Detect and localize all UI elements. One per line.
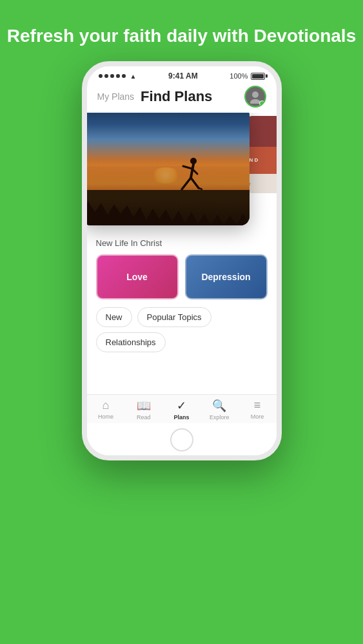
signal-dot-3 xyxy=(110,74,114,78)
grass-area xyxy=(87,199,250,225)
love-category-button[interactable]: Love xyxy=(96,254,179,299)
content-area: N D r New Life In Christ Love Depression… xyxy=(87,113,277,394)
grass-svg xyxy=(87,199,250,225)
depression-category-button[interactable]: Depression xyxy=(185,254,268,299)
read-icon: 📖 xyxy=(137,399,151,413)
plans-icon: ✓ xyxy=(177,399,186,413)
signal-dot-1 xyxy=(99,74,103,78)
status-right: 100% xyxy=(230,72,264,80)
svg-point-0 xyxy=(252,91,259,98)
avatar-online-dot xyxy=(259,100,265,106)
more-icon: ≡ xyxy=(254,399,261,412)
filter-tabs: New Popular Topics Relationships xyxy=(96,307,268,352)
wifi-icon: ▲ xyxy=(130,73,137,80)
nav-item-plans[interactable]: ✓ Plans xyxy=(162,399,201,421)
svg-marker-9 xyxy=(87,202,250,225)
filter-tab-popular[interactable]: Popular Topics xyxy=(137,307,211,327)
battery-percent: 100% xyxy=(230,72,248,80)
sunset-scene xyxy=(87,113,250,225)
battery-icon xyxy=(251,73,265,80)
signal-dot-4 xyxy=(116,74,120,78)
status-bar: ▲ 9:41 AM 100% xyxy=(87,66,277,83)
signal-indicators: ▲ xyxy=(99,73,137,80)
more-label: More xyxy=(251,413,264,420)
bottom-nav: ⌂ Home 📖 Read ✓ Plans 🔍 Explore ≡ More xyxy=(87,394,277,423)
nav-item-home[interactable]: ⌂ Home xyxy=(87,399,125,421)
featured-card-wrapper[interactable] xyxy=(87,113,253,225)
battery-fill xyxy=(252,74,264,79)
runner-silhouette xyxy=(177,157,202,199)
find-plans-tab[interactable]: Find Plans xyxy=(141,88,244,105)
nav-item-more[interactable]: ≡ More xyxy=(239,399,277,421)
home-button[interactable] xyxy=(170,428,193,451)
filter-tab-relationships[interactable]: Relationships xyxy=(96,332,166,352)
explore-icon: 🔍 xyxy=(212,399,226,413)
plans-label: Plans xyxy=(173,414,189,421)
land-strip xyxy=(87,190,250,200)
love-label: Love xyxy=(126,272,148,282)
svg-line-8 xyxy=(199,188,202,189)
nav-item-explore[interactable]: 🔍 Explore xyxy=(201,399,239,421)
signal-dot-2 xyxy=(104,74,108,78)
user-avatar[interactable] xyxy=(244,86,266,108)
app-header: My Plans Find Plans xyxy=(87,83,277,113)
phone-shell: ▲ 9:41 AM 100% My Plans Find Plans xyxy=(82,61,282,460)
svg-line-7 xyxy=(191,178,199,188)
read-label: Read xyxy=(137,414,151,421)
my-plans-tab[interactable]: My Plans xyxy=(97,91,135,102)
featured-card[interactable] xyxy=(87,113,250,225)
water-element xyxy=(87,166,250,193)
explore-label: Explore xyxy=(210,414,230,421)
section-title: New Life In Christ xyxy=(96,238,268,248)
nav-item-read[interactable]: 📖 Read xyxy=(124,399,162,421)
status-time: 9:41 AM xyxy=(168,71,198,80)
filter-tab-new[interactable]: New xyxy=(96,307,132,327)
home-icon: ⌂ xyxy=(102,399,109,412)
svg-line-4 xyxy=(183,166,192,169)
headline: Refresh your faith daily with Devotional… xyxy=(7,24,356,47)
signal-dot-5 xyxy=(122,74,126,78)
depression-label: Depression xyxy=(201,272,250,282)
below-featured: New Life In Christ Love Depression New P… xyxy=(87,232,277,357)
home-label: Home xyxy=(98,413,113,420)
home-button-area xyxy=(87,423,277,455)
svg-line-6 xyxy=(182,178,191,189)
category-row: Love Depression xyxy=(96,254,268,299)
